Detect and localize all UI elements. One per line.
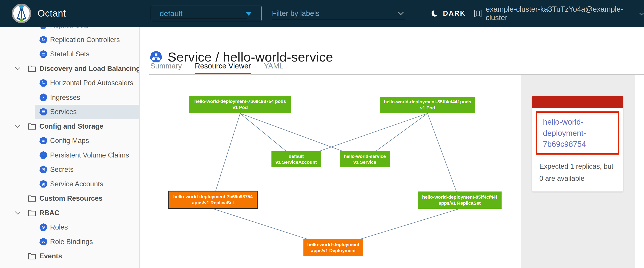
replication-controllers-icon: ↻	[39, 36, 48, 44]
node-kind: v1 Service	[354, 159, 376, 165]
theme-toggle-label: DARK	[443, 10, 466, 18]
sidebar-item-label: Config Maps	[50, 137, 89, 145]
sidebar-item-label: Horizontal Pod Autoscalers	[50, 79, 133, 87]
node-label: hello-world-deployment-7b69c98754	[173, 194, 253, 200]
role-bindings-icon: ⋈	[39, 238, 48, 246]
sidebar-item-label: Replica Sets	[50, 27, 89, 29]
top-navbar: Octant default DARK example-cluster-ka3T…	[0, 0, 644, 27]
sidebar-item-ingresses[interactable]: × Ingresses	[0, 90, 139, 105]
chevron-down-icon[interactable]	[15, 124, 20, 128]
sidebar-item-label: Persistent Volume Claims	[50, 151, 129, 159]
tab-yaml[interactable]: YAML	[264, 62, 283, 75]
tab-summary[interactable]: Summary	[150, 62, 182, 75]
caret-down-icon	[246, 12, 252, 16]
sidebar-group-label: Events	[39, 252, 62, 260]
graph-node-serviceaccount-default[interactable]: default v1 ServiceAccount	[272, 151, 321, 167]
sidebar-item-label: Stateful Sets	[50, 50, 90, 58]
sidebar-group-label: Custom Resources	[39, 194, 103, 202]
status-bar-error	[532, 96, 623, 108]
sidebar-item-label: Role Bindings	[50, 238, 93, 246]
pvc-icon: ▭	[39, 151, 48, 159]
graph-node-service-hello-world[interactable]: hello-world-service v1 Service	[340, 151, 390, 167]
replica-warning-message: Expected 1 replicas, but 0 are available	[539, 160, 618, 185]
sidebar-group-discovery-and-load-balancing[interactable]: Discovery and Load Balancing	[0, 62, 139, 76]
graph-node-deployment-hello-world[interactable]: hello-world-deployment apps/v1 Deploymen…	[304, 239, 363, 256]
sidebar-group-rbac[interactable]: RBAC	[0, 206, 139, 220]
selected-resource-box: hello-world-deployment-7b69c98754	[536, 112, 620, 154]
namespace-dropdown[interactable]: default	[151, 6, 262, 21]
sidebar-item-roles[interactable]: ⊙ Roles	[0, 220, 139, 235]
node-label: hello-world-service	[344, 154, 386, 159]
roles-icon: ⊙	[39, 223, 48, 231]
folder-icon	[28, 194, 36, 202]
folder-icon	[28, 252, 36, 260]
config-maps-icon: ≡	[39, 137, 48, 145]
graph-node-replicaset-85ff4cf44f[interactable]: hello-world-deployment-85ff4cf44f apps/v…	[418, 192, 502, 209]
sidebar-item-label: Roles	[50, 223, 68, 231]
service-icon	[150, 50, 162, 63]
sidebar-nav: ▣ Replica Sets ↻ Replication Controllers…	[0, 27, 140, 268]
sidebar-group-label: Config and Storage	[39, 122, 103, 130]
folder-icon	[28, 65, 36, 72]
sidebar-item-label: Ingresses	[50, 94, 80, 102]
chevron-down-icon	[639, 12, 644, 16]
sidebar-item-label: Service Accounts	[50, 180, 103, 188]
sidebar-item-persistent-volume-claims[interactable]: ▭ Persistent Volume Claims	[0, 148, 139, 163]
selected-resource-link[interactable]: hello-world-deployment-7b69c98754	[543, 116, 616, 150]
graph-node-replicaset-7b69c98754[interactable]: hello-world-deployment-7b69c98754 apps/v…	[168, 190, 258, 209]
app-title: Octant	[38, 0, 66, 27]
sidebar-item-secrets[interactable]: ⊡ Secrets	[0, 162, 139, 177]
service-accounts-icon: ◉	[39, 180, 48, 188]
tab-bar: Summary Resource Viewer YAML	[150, 62, 283, 75]
sidebar-item-label: Replication Controllers	[50, 36, 120, 44]
stateful-sets-icon: ▤	[39, 50, 48, 58]
detail-side-panel: hello-world-deployment-7b69c98754 Expect…	[521, 75, 634, 268]
theme-toggle[interactable]: DARK	[430, 0, 466, 27]
node-kind: v1 Pod	[232, 104, 248, 110]
node-label: hello-world-deployment-85ff4cf44f pods	[384, 99, 471, 105]
tab-resource-viewer[interactable]: Resource Viewer	[195, 62, 251, 75]
node-label: hello-world-deployment	[307, 242, 359, 248]
sidebar-group-events[interactable]: Events	[0, 249, 139, 264]
sidebar-item-service-accounts[interactable]: ◉ Service Accounts	[0, 177, 139, 192]
secrets-icon: ⊡	[39, 166, 48, 174]
chevron-down-icon[interactable]	[15, 67, 20, 70]
detail-card: hello-world-deployment-7b69c98754 Expect…	[532, 96, 623, 192]
sidebar-item-config-maps[interactable]: ≡ Config Maps	[0, 134, 139, 148]
sidebar-item-stateful-sets[interactable]: ▤ Stateful Sets	[0, 47, 139, 62]
node-kind: apps/v1 ReplicaSet	[192, 200, 234, 206]
replica-sets-icon: ▣	[39, 27, 48, 29]
node-kind: apps/v1 Deployment	[311, 248, 356, 254]
label-filter-input[interactable]	[272, 8, 393, 19]
sidebar-item-label: Secrets	[50, 166, 74, 174]
sidebar-item-horizontal-pod-autoscalers[interactable]: ⇅ Horizontal Pod Autoscalers	[0, 76, 139, 90]
resource-viewer-canvas: hello-world-deployment-7b69c98754 pods v…	[140, 75, 644, 268]
node-label: hello-world-deployment-85ff4cf44f	[422, 194, 497, 200]
folder-icon	[28, 122, 36, 130]
cluster-selector[interactable]: example-cluster-ka3TuTzYo4a@example-clus…	[474, 0, 644, 27]
cluster-name: example-cluster-ka3TuTzYo4a@example-clus…	[486, 5, 635, 22]
node-label: hello-world-deployment-7b69c98754 pods	[194, 98, 286, 104]
node-kind: v1 ServiceAccount	[276, 159, 317, 165]
sidebar-group-config-and-storage[interactable]: Config and Storage	[0, 119, 139, 134]
sidebar-group-custom-resources[interactable]: Custom Resources	[0, 191, 139, 206]
ingresses-icon: ×	[39, 94, 48, 102]
sidebar-group-label: RBAC	[39, 209, 60, 217]
hpa-icon: ⇅	[39, 79, 48, 87]
sidebar-item-replication-controllers[interactable]: ↻ Replication Controllers	[0, 33, 139, 47]
services-icon: ≣	[39, 108, 48, 116]
chevron-down-icon[interactable]	[15, 211, 20, 215]
moon-icon	[430, 9, 440, 18]
sidebar-item-label: Services	[50, 108, 77, 116]
graph-node-pods-85ff4cf44f[interactable]: hello-world-deployment-85ff4cf44f pods v…	[380, 97, 476, 113]
sidebar-item-role-bindings[interactable]: ⋈ Role Bindings	[0, 235, 139, 249]
octant-logo[interactable]	[12, 4, 31, 23]
main-content: Service / hello-world-service Summary Re…	[140, 27, 644, 268]
node-label: default	[289, 154, 304, 159]
chevron-down-icon[interactable]	[398, 11, 404, 15]
sidebar-item-services[interactable]: ≣ Services	[0, 105, 139, 119]
node-kind: apps/v1 ReplicaSet	[439, 200, 481, 206]
graph-node-pods-7b69c98754[interactable]: hello-world-deployment-7b69c98754 pods v…	[190, 96, 291, 113]
label-filter[interactable]	[272, 8, 405, 20]
sidebar-item-replica-sets[interactable]: ▣ Replica Sets	[0, 27, 139, 33]
